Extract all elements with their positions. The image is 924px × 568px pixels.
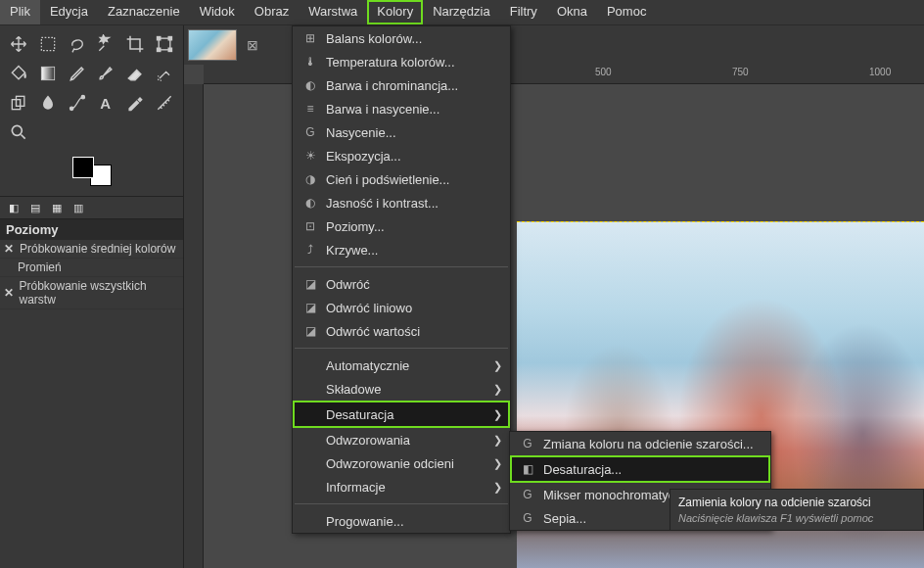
colors-menu: ⊞Balans kolorów...🌡Temperatura kolorów..…	[292, 25, 511, 534]
menu-plik[interactable]: Plik	[0, 0, 40, 24]
menu-item-balans-kolorów[interactable]: ⊞Balans kolorów...	[293, 26, 510, 50]
device-status-tab[interactable]: ▤	[25, 199, 45, 216]
submenu-arrow-icon: ❯	[493, 457, 502, 470]
zoom-tool[interactable]	[4, 118, 33, 147]
menu-item-odwróć-wartości[interactable]: ◪Odwróć wartości	[293, 319, 510, 343]
ruler-tick: 1000	[869, 67, 891, 77]
menu-kolory[interactable]: Kolory	[367, 0, 423, 24]
menu-icon: G	[518, 511, 537, 525]
bucket-fill-tool[interactable]	[4, 59, 33, 88]
fg-color-swatch[interactable]	[72, 157, 94, 178]
menu-label: Cień i podświetlenie...	[320, 172, 502, 187]
ruler-tick: 750	[732, 67, 749, 77]
submenu-arrow-icon: ❯	[493, 481, 502, 494]
menu-narzędzia[interactable]: Narzędzia	[423, 0, 500, 24]
option-radius[interactable]: Promień	[0, 259, 183, 277]
panel-title: Poziomy	[0, 219, 183, 240]
color-swatches[interactable]	[72, 157, 112, 186]
ruler-tick: 500	[595, 67, 612, 77]
clone-tool[interactable]	[4, 88, 33, 118]
tooltip: Zamienia kolory na odcienie szarości Nac…	[670, 489, 924, 531]
menu-item-odwzorowanie-odcieni[interactable]: Odwzorowanie odcieni❯	[293, 451, 510, 475]
crop-tool[interactable]	[120, 29, 150, 59]
option-sample-all-layers[interactable]: ✕ Próbkowanie wszystkich warstw	[0, 277, 183, 309]
expand-icon[interactable]: ✕	[4, 286, 16, 300]
menu-obraz[interactable]: Obraz	[245, 0, 299, 24]
menu-pomoc[interactable]: Pomoc	[597, 0, 656, 24]
menu-widok[interactable]: Widok	[190, 0, 245, 24]
tool-options-tab[interactable]: ◧	[4, 199, 23, 216]
menu-icon: ⤴	[300, 243, 320, 257]
images-tab[interactable]: ▦	[47, 199, 67, 216]
menu-label: Desaturacja...	[537, 462, 762, 477]
dock-tabs: ◧ ▤ ▦ ▥	[0, 196, 183, 219]
menu-item-temperatura-kolorów[interactable]: 🌡Temperatura kolorów...	[293, 50, 510, 73]
submenu-item-zmiana-koloru-na-odcienie-szarości[interactable]: GZmiana koloru na odcienie szarości...	[510, 432, 770, 455]
left-panel: A ◧ ▤ ▦ ▥ Poziomy ✕ Próbkowanie średniej…	[0, 25, 184, 568]
menu-item-odwróć[interactable]: ◪Odwróć	[293, 272, 510, 296]
menu-item-ekspozycja[interactable]: ☀Ekspozycja...	[293, 144, 510, 167]
menu-zaznaczenie[interactable]: Zaznaczenie	[98, 0, 190, 24]
paintbrush-tool[interactable]	[91, 59, 120, 88]
undo-history-tab[interactable]: ▥	[69, 199, 88, 216]
close-image-button[interactable]: ⊠	[241, 37, 264, 53]
menu-item-automatycznie[interactable]: Automatycznie❯	[293, 354, 510, 377]
option-sample-average[interactable]: ✕ Próbkowanie średniej kolorów	[0, 240, 183, 259]
submenu-arrow-icon: ❯	[493, 359, 502, 372]
menu-item-nasycenie[interactable]: GNasycenie...	[293, 120, 510, 144]
menu-label: Odwróć wartości	[320, 324, 502, 339]
menu-item-poziomy[interactable]: ⊡Poziomy...	[293, 214, 510, 238]
menu-icon: ☀	[300, 149, 320, 163]
svg-point-10	[81, 96, 84, 99]
fuzzy-select-tool[interactable]	[91, 29, 120, 59]
transform-tool[interactable]	[150, 29, 179, 59]
menu-item-odwzorowania[interactable]: Odwzorowania❯	[293, 428, 510, 451]
menu-edycja[interactable]: Edycja	[40, 0, 98, 24]
menu-icon: ◧	[518, 462, 537, 476]
gradient-tool[interactable]	[33, 59, 63, 88]
svg-rect-6	[41, 67, 54, 79]
submenu-item-desaturacja[interactable]: ◧Desaturacja...	[510, 455, 770, 483]
measure-tool[interactable]	[150, 88, 179, 118]
menu-item-jasność-i-kontrast[interactable]: ◐Jasność i kontrast...	[293, 191, 510, 214]
menu-item-desaturacja[interactable]: Desaturacja❯	[293, 401, 510, 428]
menu-label: Odwróć liniowo	[320, 301, 502, 315]
menu-item-odwróć-liniowo[interactable]: ◪Odwróć liniowo	[293, 296, 510, 319]
menu-okna[interactable]: Okna	[547, 0, 597, 24]
menu-label: Jasność i kontrast...	[320, 196, 502, 211]
menu-item-barwa-i-chrominancja[interactable]: ◐Barwa i chrominancja...	[293, 73, 510, 97]
menu-filtry[interactable]: Filtry	[500, 0, 547, 24]
pencil-tool[interactable]	[63, 59, 92, 88]
color-picker-tool[interactable]	[120, 88, 150, 118]
menu-icon: 🌡	[300, 55, 320, 69]
menu-item-krzywe[interactable]: ⤴Krzywe...	[293, 238, 510, 261]
menu-item-cień-i-podświetlenie[interactable]: ◑Cień i podświetlenie...	[293, 167, 510, 191]
path-tool[interactable]	[63, 88, 92, 118]
menu-label: Nasycenie...	[320, 125, 502, 140]
airbrush-tool[interactable]	[150, 59, 179, 88]
menu-warstwa[interactable]: Warstwa	[299, 0, 367, 24]
menu-icon: ◪	[300, 277, 320, 291]
menu-label: Barwa i chrominancja...	[320, 78, 502, 93]
menu-item-informacje[interactable]: Informacje❯	[293, 475, 510, 498]
eraser-tool[interactable]	[120, 59, 150, 88]
svg-rect-5	[168, 48, 171, 51]
menu-item-składowe[interactable]: Składowe❯	[293, 377, 510, 401]
free-select-tool[interactable]	[63, 29, 92, 59]
menubar: PlikEdycjaZaznaczenieWidokObrazWarstwaKo…	[0, 0, 924, 25]
svg-rect-0	[41, 37, 54, 50]
menu-label: Informacje	[320, 480, 493, 495]
menu-icon: G	[300, 125, 320, 139]
svg-point-9	[69, 107, 72, 110]
menu-item-barwa-i-nasycenie[interactable]: ≡Barwa i nasycenie...	[293, 97, 510, 120]
rect-select-tool[interactable]	[33, 29, 63, 59]
menu-icon: G	[518, 437, 537, 450]
submenu-arrow-icon: ❯	[493, 434, 502, 447]
image-thumbnail[interactable]	[188, 29, 237, 61]
expand-icon[interactable]: ✕	[4, 242, 16, 256]
move-tool[interactable]	[4, 29, 33, 59]
text-tool[interactable]: A	[91, 88, 120, 118]
smudge-tool[interactable]	[33, 88, 63, 118]
tooltip-title: Zamienia kolory na odcienie szarości	[678, 496, 915, 509]
menu-item-progowanie[interactable]: Progowanie...	[293, 509, 510, 533]
